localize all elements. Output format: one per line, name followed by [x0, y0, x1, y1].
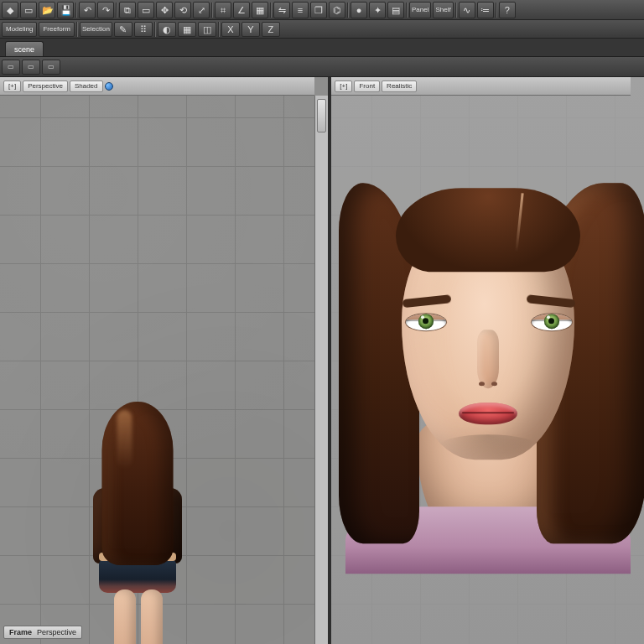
scale[interactable]: ⤢ [193, 2, 210, 18]
toolbar-separator [406, 3, 408, 18]
z-axis-icon: Z [266, 24, 276, 34]
undo[interactable]: ↶ [79, 2, 96, 18]
selection-label[interactable]: Selection [80, 22, 112, 37]
vp-shade[interactable]: Shaded [70, 80, 103, 92]
y-axis-icon: Y [246, 24, 256, 34]
snap-grid[interactable]: ▦ [252, 2, 268, 18]
app-icon-icon: ◆ [5, 5, 15, 15]
view-wire[interactable]: ▦ [178, 22, 196, 37]
file-new[interactable]: ▭ [20, 2, 37, 18]
scene-tab[interactable]: scene [5, 41, 44, 56]
freeform-label[interactable]: Freeform [39, 22, 74, 37]
scrollbar-thumb[interactable] [317, 99, 326, 132]
shelf-row: ▭ ▭ ▭ [0, 57, 644, 77]
mirror-icon: ⇋ [277, 5, 287, 15]
redo[interactable]: ↷ [97, 2, 114, 18]
undo-icon: ↶ [82, 5, 92, 15]
help[interactable]: ? [499, 2, 516, 18]
x-axis[interactable]: X [221, 22, 240, 37]
align-icon: ≡ [295, 5, 305, 15]
character-back-view [87, 402, 188, 644]
viewport-scrollbar[interactable] [314, 96, 328, 644]
snap-angle-icon: ∠ [236, 5, 247, 15]
help-icon: ? [502, 5, 512, 15]
render-setup[interactable]: ✦ [369, 2, 386, 18]
toolbar-separator [211, 3, 213, 18]
link-icon: ⧉ [122, 5, 132, 15]
view-edged[interactable]: ◫ [198, 22, 216, 37]
schematic[interactable]: ⌬ [329, 2, 345, 18]
redo-icon: ↷ [101, 5, 111, 15]
file-save[interactable]: 💾 [57, 2, 74, 18]
schematic-icon: ⌬ [332, 5, 342, 15]
shelf-slot[interactable]: ▭ [22, 60, 40, 75]
layers[interactable]: ❐ [310, 2, 327, 18]
viewport-toolbar: [+]PerspectiveShaded [0, 77, 314, 96]
panel-label[interactable]: Panel [409, 2, 431, 18]
move-icon: ✥ [159, 5, 169, 15]
shelf-slot[interactable]: ▭ [42, 60, 60, 75]
populate[interactable]: ⠿ [134, 22, 153, 37]
view-shade[interactable]: ◐ [158, 22, 176, 37]
snap-grid-icon: ▦ [255, 5, 265, 15]
rotate[interactable]: ⟲ [174, 2, 191, 18]
file-save-icon: 💾 [60, 5, 70, 15]
app-icon[interactable]: ◆ [2, 2, 18, 18]
toolbar-separator [116, 3, 117, 18]
toolbar-separator [270, 3, 272, 18]
object-paint[interactable]: ✎ [114, 22, 132, 37]
vp-shade[interactable]: Realistic [382, 80, 417, 92]
populate-icon: ⠿ [138, 24, 148, 34]
view-wire-icon: ▦ [182, 24, 192, 34]
snap-angle[interactable]: ∠ [233, 2, 250, 18]
status-value: Perspective [37, 628, 76, 636]
render-setup-icon: ✦ [372, 5, 382, 15]
ribbon-toolbar: ModelingFreeformSelection✎⠿◐▦◫XYZ [0, 20, 644, 39]
vp-view[interactable]: Front [354, 80, 380, 92]
z-axis[interactable]: Z [262, 22, 280, 37]
toolbar-separator [496, 3, 497, 18]
curve-editor[interactable]: ∿ [459, 2, 475, 18]
viewport-perspective[interactable]: [+]PerspectiveShaded Frame Perspective [0, 77, 331, 644]
render-frame-icon: ▤ [391, 5, 401, 15]
viewcube-icon[interactable] [105, 82, 113, 91]
move[interactable]: ✥ [156, 2, 173, 18]
toolbar-separator [218, 22, 220, 37]
viewport-toolbar: [+]FrontRealistic [331, 77, 631, 96]
viewport-front[interactable]: [+]FrontRealistic [331, 77, 644, 644]
vp-menu[interactable]: [+] [3, 80, 21, 92]
file-open[interactable]: 📂 [39, 2, 55, 18]
select[interactable]: ▭ [138, 2, 154, 18]
view-shade-icon: ◐ [162, 24, 172, 34]
toolbar-separator [76, 22, 78, 37]
toolbar-separator [154, 22, 156, 37]
mirror[interactable]: ⇋ [273, 2, 290, 18]
dope-sheet[interactable]: ≔ [477, 2, 494, 18]
render-frame[interactable]: ▤ [387, 2, 404, 18]
vp-view[interactable]: Perspective [23, 80, 68, 92]
document-tab-strip: scene [0, 39, 644, 57]
material[interactable]: ● [351, 2, 367, 18]
toolbar-separator [455, 3, 457, 18]
snap-icon: ⌗ [218, 5, 228, 15]
align[interactable]: ≡ [292, 2, 309, 18]
layers-icon: ❐ [314, 5, 324, 15]
vp-menu[interactable]: [+] [335, 80, 352, 92]
scale-icon: ⤢ [196, 5, 206, 15]
rotate-icon: ⟲ [178, 5, 188, 15]
shelf-label[interactable]: Shelf [433, 2, 453, 18]
material-icon: ● [354, 5, 364, 15]
workspace: [+]PerspectiveShaded Frame Perspective [0, 77, 644, 644]
workspace-label[interactable]: Modeling [2, 22, 37, 37]
main-toolbar: ◆▭📂💾↶↷⧉▭✥⟲⤢⌗∠▦⇋≡❐⌬●✦▤PanelShelf∿≔? [0, 0, 644, 20]
select-icon: ▭ [141, 5, 151, 15]
link[interactable]: ⧉ [119, 2, 136, 18]
toolbar-separator [75, 3, 77, 18]
snap[interactable]: ⌗ [215, 2, 231, 18]
dope-sheet-icon: ≔ [480, 5, 491, 15]
shelf-slot[interactable]: ▭ [2, 60, 20, 75]
view-edged-icon: ◫ [202, 24, 212, 34]
viewport-status: Frame Perspective [3, 626, 82, 639]
face-canvas [331, 77, 644, 644]
y-axis[interactable]: Y [242, 22, 260, 37]
